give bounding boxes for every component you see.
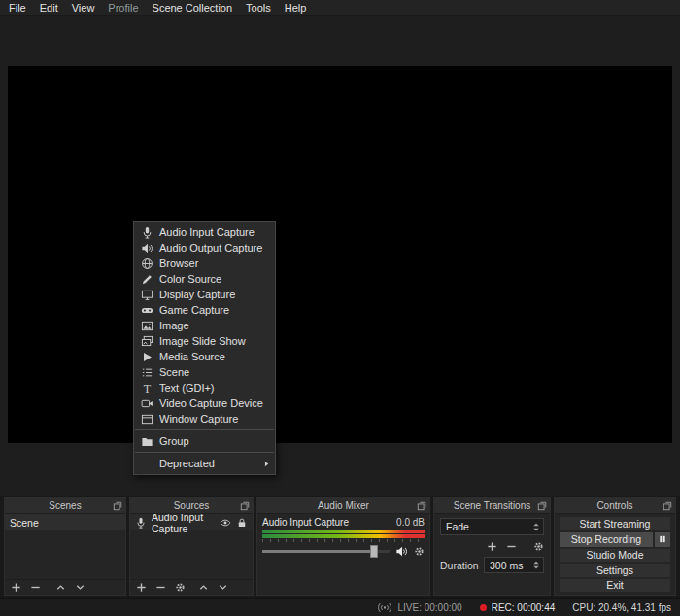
pause-recording-button[interactable] (655, 532, 670, 547)
menu-item-group[interactable]: Group (134, 433, 275, 449)
scene-list-item[interactable]: Scene (5, 514, 125, 530)
menu-item-image[interactable]: Image (134, 318, 275, 333)
preview-canvas[interactable] (8, 66, 672, 443)
mute-speaker-icon[interactable] (395, 545, 408, 558)
menu-item-label: Color Source (159, 273, 221, 285)
source-name: Audio Input Capture (152, 514, 210, 534)
menu-item-window-capture[interactable]: Window Capture (134, 411, 275, 427)
remove-transition-icon[interactable] (506, 541, 517, 552)
audio-mixer-channel: Audio Input Capture 0.0 dB (257, 514, 429, 595)
combo-spinner-icon[interactable] (532, 522, 540, 532)
menu-file[interactable]: File (2, 0, 33, 16)
mixer-gear-icon[interactable] (414, 546, 425, 557)
add-source-context-menu: Audio Input Capture Audio Output Capture… (133, 221, 276, 475)
transition-properties-gear-icon[interactable] (533, 541, 544, 552)
menu-item-label: Audio Input Capture (159, 226, 255, 238)
menu-item-deprecated[interactable]: Deprecated (134, 456, 275, 471)
popout-icon[interactable] (537, 501, 547, 511)
popout-icon[interactable] (240, 501, 250, 511)
folder-icon (141, 435, 153, 448)
menu-view[interactable]: View (65, 0, 102, 16)
scene-transitions-dock-header[interactable]: Scene Transitions (434, 498, 550, 514)
menu-item-game-capture[interactable]: Game Capture (134, 302, 275, 318)
scene-transitions-dock: Scene Transitions Fade Duration 300 ms (433, 497, 551, 596)
popout-icon[interactable] (417, 501, 426, 511)
menu-scene-collection[interactable]: Scene Collection (146, 0, 240, 16)
add-scene-icon[interactable] (11, 582, 21, 593)
duration-input[interactable]: 300 ms (484, 557, 544, 573)
scenes-dock-title: Scenes (49, 500, 81, 511)
menu-tools[interactable]: Tools (239, 0, 278, 16)
menu-edit[interactable]: Edit (33, 0, 65, 16)
menu-help[interactable]: Help (278, 0, 314, 16)
list-icon (141, 366, 153, 379)
move-source-up-icon[interactable] (198, 582, 209, 593)
menu-item-audio-input-capture[interactable]: Audio Input Capture (134, 224, 275, 240)
menu-item-media-source[interactable]: Media Source (134, 349, 275, 364)
stop-recording-button[interactable]: Stop Recording (560, 532, 653, 547)
volume-slider-handle[interactable] (370, 545, 378, 558)
add-transition-icon[interactable] (487, 541, 497, 552)
sources-dock-header[interactable]: Sources (130, 498, 253, 514)
popout-icon[interactable] (663, 501, 672, 511)
microphone-icon (135, 517, 147, 529)
menu-item-color-source[interactable]: Color Source (134, 271, 275, 287)
menu-item-label: Media Source (159, 351, 225, 362)
camera-icon (141, 397, 153, 410)
menu-item-label: Display Capture (159, 289, 235, 300)
menu-item-browser[interactable]: Browser (134, 256, 275, 271)
duration-spinner-icon[interactable] (532, 560, 540, 570)
scene-name: Scene (10, 517, 39, 529)
menu-item-label: Group (159, 435, 189, 447)
menu-item-label: Scene (159, 366, 189, 378)
duration-label: Duration (440, 560, 479, 571)
volume-meter-bar-right (262, 534, 425, 538)
status-bar: LIVE: 00:00:00 REC: 00:00:44 CPU: 20.4%,… (0, 598, 680, 616)
eye-icon[interactable] (220, 517, 231, 529)
dock-area: Scenes Scene Sources Audio Input Capture (0, 496, 680, 598)
lock-icon[interactable] (236, 517, 248, 529)
exit-button[interactable]: Exit (560, 579, 670, 593)
remove-source-icon[interactable] (155, 582, 166, 593)
svg-text:T: T (144, 382, 152, 394)
transition-select[interactable]: Fade (440, 518, 544, 535)
sources-list: Audio Input Capture (130, 514, 253, 579)
volume-slider[interactable] (262, 545, 390, 558)
controls-dock-header[interactable]: Controls (555, 498, 675, 514)
start-streaming-button[interactable]: Start Streaming (560, 517, 670, 530)
volume-meter-bar-left (262, 530, 425, 533)
record-dot (480, 604, 487, 611)
live-status-group: LIVE: 00:00:00 (377, 602, 461, 613)
menu-item-text-gdi[interactable]: T Text (GDI+) (134, 380, 275, 395)
remove-scene-icon[interactable] (30, 582, 41, 593)
menu-item-display-capture[interactable]: Display Capture (134, 287, 275, 302)
blank-icon-spacer (141, 458, 153, 470)
menu-item-audio-output-capture[interactable]: Audio Output Capture (134, 240, 275, 256)
settings-button[interactable]: Settings (560, 564, 670, 577)
scenes-dock: Scenes Scene (4, 497, 126, 596)
menu-separator (135, 429, 274, 430)
rec-status-group: REC: 00:00:44 (480, 602, 556, 613)
gamepad-icon (141, 304, 153, 317)
volume-meter-ticks (262, 539, 425, 542)
source-list-item[interactable]: Audio Input Capture (130, 514, 253, 530)
sources-toolbar (130, 579, 253, 595)
menu-item-video-capture-device[interactable]: Video Capture Device (134, 395, 275, 411)
studio-mode-button[interactable]: Studio Mode (560, 549, 670, 563)
controls-dock-title: Controls (596, 500, 632, 511)
menu-item-image-slide-show[interactable]: Image Slide Show (134, 333, 275, 349)
menu-item-scene[interactable]: Scene (134, 364, 275, 380)
move-scene-up-icon[interactable] (55, 582, 66, 593)
mixer-level-db: 0.0 dB (396, 517, 425, 528)
rec-status: REC: 00:00:44 (492, 602, 556, 613)
add-source-icon[interactable] (136, 582, 147, 593)
menu-profile[interactable]: Profile (101, 0, 145, 16)
audio-mixer-dock-header[interactable]: Audio Mixer (257, 498, 429, 514)
move-source-down-icon[interactable] (218, 582, 228, 593)
source-properties-gear-icon[interactable] (175, 582, 186, 593)
move-scene-down-icon[interactable] (75, 582, 85, 593)
popout-icon[interactable] (113, 501, 122, 511)
live-status: LIVE: 00:00:00 (397, 602, 461, 613)
scenes-dock-header[interactable]: Scenes (5, 498, 125, 514)
controls-body: Start Streaming Stop Recording Studio Mo… (555, 514, 675, 595)
